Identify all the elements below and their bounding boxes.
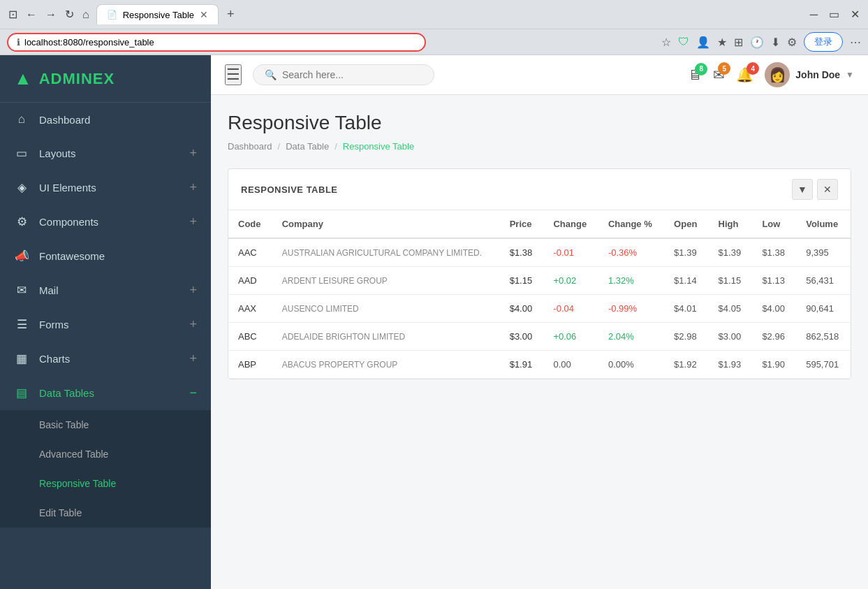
url-input[interactable] bbox=[24, 37, 416, 48]
card-collapse-btn[interactable]: ▼ bbox=[792, 179, 813, 200]
logo-text: ADMINEX bbox=[39, 70, 115, 88]
address-bar[interactable]: ℹ bbox=[7, 33, 426, 52]
card-title: RESPONSIVE TABLE bbox=[241, 184, 338, 195]
cell-change-pct: -0.36% bbox=[598, 238, 664, 267]
cell-change: +0.02 bbox=[543, 267, 598, 295]
card-actions: ▼ ✕ bbox=[792, 179, 838, 200]
cell-code: AAX bbox=[228, 295, 272, 323]
sidebar-item-label: Data Tables bbox=[39, 387, 94, 399]
info-icon: ℹ bbox=[17, 37, 20, 48]
close-btn[interactable]: ✕ bbox=[848, 5, 862, 24]
active-tab[interactable]: 📄 Responsive Table ✕ bbox=[96, 4, 219, 24]
new-tab-btn[interactable]: + bbox=[221, 6, 240, 23]
cell-change: 0.00 bbox=[543, 351, 598, 379]
table-row: ABC ADELAIDE BRIGHTON LIMITED $3.00 +0.0… bbox=[228, 323, 851, 351]
cell-low: $1.90 bbox=[752, 351, 796, 379]
browser-chrome: ⊡ ← → ↻ ⌂ 📄 Responsive Table ✕ + ─ ▭ ✕ bbox=[0, 0, 868, 29]
ui-icon: ◈ bbox=[14, 180, 29, 195]
cell-company: ARDENT LEISURE GROUP bbox=[272, 267, 500, 295]
col-open: Open bbox=[664, 210, 709, 238]
login-btn[interactable]: 登录 bbox=[804, 32, 843, 52]
col-company: Company bbox=[272, 210, 500, 238]
cell-company: ABACUS PROPERTY GROUP bbox=[272, 351, 500, 379]
sidebar-item-edit-table[interactable]: Edit Table bbox=[0, 498, 211, 528]
data-tables-icon: ▤ bbox=[14, 386, 29, 400]
maximize-btn[interactable]: ▭ bbox=[826, 5, 842, 24]
sub-item-label: Responsive Table bbox=[39, 478, 116, 489]
sidebar-item-charts[interactable]: ▦ Charts + bbox=[0, 342, 211, 376]
breadcrumb-dashboard[interactable]: Dashboard bbox=[228, 141, 272, 152]
user-info[interactable]: 👩 John Doe ▼ bbox=[765, 62, 854, 87]
sidebar-item-data-tables[interactable]: ▤ Data Tables − bbox=[0, 376, 211, 410]
breadcrumb-data-table[interactable]: Data Table bbox=[286, 141, 329, 152]
star-btn[interactable]: ☆ bbox=[661, 36, 671, 49]
tab-close-btn[interactable]: ✕ bbox=[200, 9, 208, 20]
cell-company: AUSENCO LIMITED bbox=[272, 295, 500, 323]
search-input[interactable] bbox=[282, 69, 408, 80]
settings-btn[interactable]: ⚙ bbox=[787, 36, 797, 49]
cell-low: $2.96 bbox=[752, 323, 796, 351]
avatar-btn[interactable]: 👤 bbox=[696, 36, 710, 49]
sidebar-item-ui-elements[interactable]: ◈ UI Elements + bbox=[0, 170, 211, 205]
cell-code: ABP bbox=[228, 351, 272, 379]
sub-nav-data-tables: Basic Table Advanced Table Responsive Ta… bbox=[0, 410, 211, 528]
cell-price: $1.91 bbox=[500, 351, 544, 379]
bookmark-btn[interactable]: ★ bbox=[717, 36, 727, 49]
sidebar-item-label: Mail bbox=[39, 284, 59, 296]
fontawesome-icon: 📣 bbox=[14, 249, 29, 263]
messages-btn[interactable]: 🖥 8 bbox=[688, 67, 702, 83]
back-btn[interactable]: ← bbox=[23, 6, 40, 24]
cell-open: $1.92 bbox=[664, 351, 709, 379]
sidebar-item-advanced-table[interactable]: Advanced Table bbox=[0, 439, 211, 469]
col-change: Change bbox=[543, 210, 598, 238]
main-content: ☰ 🔍 🖥 8 ✉ 5 🔔 4 👩 bbox=[211, 55, 868, 589]
cell-change-pct: 2.04% bbox=[598, 323, 664, 351]
forward-btn[interactable]: → bbox=[43, 6, 59, 24]
breadcrumb-sep-2: / bbox=[334, 141, 337, 152]
cell-high: $3.00 bbox=[709, 323, 753, 351]
sidebar-item-basic-table[interactable]: Basic Table bbox=[0, 410, 211, 439]
col-high: High bbox=[709, 210, 753, 238]
sidebar-item-layouts[interactable]: ▭ Layouts + bbox=[0, 136, 211, 170]
sidebar-item-components[interactable]: ⚙ Components + bbox=[0, 205, 211, 239]
expand-icon: + bbox=[189, 317, 197, 332]
cell-open: $4.01 bbox=[664, 295, 709, 323]
mail-badge: 5 bbox=[718, 62, 730, 75]
reload-btn[interactable]: ↻ bbox=[62, 5, 77, 24]
user-avatar: 👩 bbox=[765, 62, 790, 87]
history-btn[interactable]: 🕐 bbox=[750, 36, 764, 49]
cell-change-pct: 1.32% bbox=[598, 267, 664, 295]
home-btn[interactable]: ⌂ bbox=[80, 6, 92, 24]
notifications-btn[interactable]: 🔔 4 bbox=[736, 66, 753, 83]
mail-btn[interactable]: ✉ 5 bbox=[713, 66, 725, 83]
cell-code: AAC bbox=[228, 238, 272, 267]
sidebar-item-responsive-table[interactable]: Responsive Table bbox=[0, 469, 211, 498]
sidebar-item-mail[interactable]: ✉ Mail + bbox=[0, 273, 211, 307]
mail-icon: ✉ bbox=[14, 283, 29, 298]
sidebar-nav: ⌂ Dashboard ▭ Layouts + ◈ UI Elements + … bbox=[0, 103, 211, 589]
sidebar-toggle-browser[interactable]: ⊡ bbox=[6, 5, 20, 24]
more-btn[interactable]: ⋯ bbox=[850, 36, 861, 49]
sidebar-item-dashboard[interactable]: ⌂ Dashboard bbox=[0, 103, 211, 136]
minimize-btn[interactable]: ─ bbox=[807, 6, 821, 24]
sidebar-item-forms[interactable]: ☰ Forms + bbox=[0, 307, 211, 342]
shield-btn[interactable]: 🛡 bbox=[678, 36, 689, 48]
tab-bar: 📄 Responsive Table ✕ + bbox=[96, 4, 803, 24]
download-btn[interactable]: ⬇ bbox=[771, 36, 780, 49]
cell-change: -0.01 bbox=[543, 238, 598, 267]
sidebar-item-fontawesome[interactable]: 📣 Fontawesome bbox=[0, 239, 211, 273]
sidebar-item-label: Components bbox=[39, 216, 98, 228]
card-close-btn[interactable]: ✕ bbox=[817, 179, 838, 200]
sub-item-label: Advanced Table bbox=[39, 449, 108, 460]
hamburger-btn[interactable]: ☰ bbox=[225, 64, 242, 85]
responsive-table: Code Company Price Change Change % Open … bbox=[228, 210, 851, 379]
window-controls: ─ ▭ ✕ bbox=[807, 5, 862, 24]
table-row: AAX AUSENCO LIMITED $4.00 -0.04 -0.99% $… bbox=[228, 295, 851, 323]
dashboard-icon: ⌂ bbox=[14, 112, 29, 126]
collections-btn[interactable]: ⊞ bbox=[734, 36, 743, 49]
breadcrumb-current: Responsive Table bbox=[343, 141, 414, 152]
address-row: ℹ ☆ 🛡 👤 ★ ⊞ 🕐 ⬇ ⚙ 登录 ⋯ bbox=[0, 29, 868, 55]
cell-open: $1.39 bbox=[664, 238, 709, 267]
expand-icon: + bbox=[189, 214, 197, 229]
cell-volume: 862,518 bbox=[796, 323, 851, 351]
